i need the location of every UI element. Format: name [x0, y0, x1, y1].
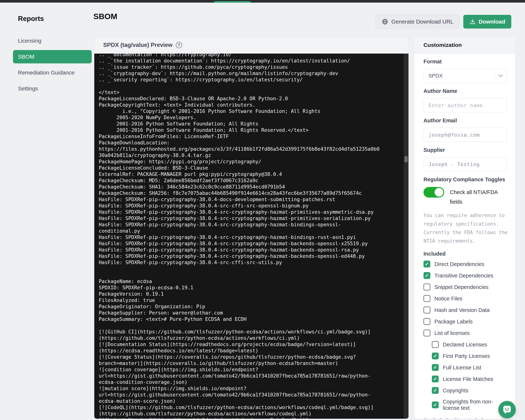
header-actions: Generate Download URL Download: [375, 15, 511, 29]
included-row-copyrights-from-non-license-text: ✓Copyrights from non-license text: [432, 399, 507, 411]
included-row-package-labels: Package Labels: [423, 318, 507, 325]
included-row-list-of-licenses: List of licenses: [423, 330, 507, 336]
regulatory-description: You can require adherence to regulatory …: [423, 211, 514, 245]
author-email-value: joseph@fossa.com: [429, 132, 480, 138]
format-group: Format SPDX: [423, 58, 507, 83]
included-row-transitive-dependencies: ✓Transitive Dependencies: [423, 272, 507, 279]
included-row-hash-and-version-data: Hash and Version Data: [423, 306, 507, 314]
code-scrollbar[interactable]: [404, 54, 408, 419]
chevron-down-icon: [498, 74, 503, 77]
download-button[interactable]: Download: [463, 15, 511, 29]
checkbox-checked-full-license-list[interactable]: ✓: [432, 364, 439, 371]
format-select[interactable]: SPDX: [423, 69, 507, 83]
included-row-snippet-dependencies: Snippet Dependencies: [423, 284, 507, 290]
included-row-copyrights: ✓Copyrights: [432, 387, 507, 394]
reports-sidebar: Reports LicensingSBOMRemediation Guidanc…: [13, 15, 92, 98]
checkbox-unchecked-snippet-dependencies[interactable]: [423, 284, 430, 290]
supplier-group: Supplier Joseph - Testing: [423, 147, 507, 171]
ntia-fda-toggle-label: Check all NTIA/FDA fields: [450, 187, 505, 207]
ntia-fda-toggle[interactable]: [423, 187, 444, 198]
code-scrollbar-thumb[interactable]: [404, 156, 408, 162]
spdx-preview-header: SPDX (tag/value) Preview ?: [94, 37, 408, 54]
checkbox-unchecked-package-labels[interactable]: [423, 318, 430, 325]
checkbox-unchecked-declared-licenses[interactable]: [432, 341, 439, 348]
sidebar-title: Reports: [18, 15, 92, 23]
included-row-declared-licenses: Declared Licenses: [432, 341, 507, 348]
checkbox-checked-transitive-dependencies[interactable]: ✓: [423, 272, 430, 279]
checkbox-label-full-license-list: Full License List: [443, 364, 481, 371]
checkbox-checked-copyrights[interactable]: ✓: [432, 387, 439, 394]
author-email-input[interactable]: joseph@fossa.com: [423, 128, 507, 142]
exclude-package-labels-group: Exclude Package Labels Select one or mor…: [423, 417, 507, 419]
regulatory-toggles-label: Regulatory Compliance Toggles: [423, 176, 507, 182]
checkbox-label-copyrights: Copyrights: [443, 387, 469, 394]
globe-icon: [382, 18, 388, 25]
select-divider: [495, 72, 495, 80]
author-name-group: Author Name Enter author name: [423, 88, 507, 112]
included-row-direct-dependencies: ✓Direct Dependencies: [423, 261, 507, 267]
included-row-full-license-list: ✓Full License List: [432, 364, 507, 371]
sidebar-item-settings[interactable]: Settings: [13, 82, 92, 95]
checkbox-label-copyrights-from-non-license-text: Copyrights from non-license text: [443, 399, 502, 411]
chat-smiley-icon: [502, 405, 512, 415]
checkbox-label-first-party-licenses: First Party Licenses: [443, 353, 490, 359]
author-email-group: Author Email joseph@fossa.com: [423, 117, 507, 142]
regulatory-group: Regulatory Compliance Toggles Check all …: [423, 176, 507, 245]
sidebar-item-sbom[interactable]: SBOM: [13, 50, 92, 63]
sidebar-item-licensing[interactable]: Licensing: [13, 34, 92, 48]
included-row-notice-files: Notice Files: [423, 295, 507, 302]
checkbox-checked-first-party-licenses[interactable]: ✓: [432, 353, 439, 359]
spdx-preview-panel: SPDX (tag/value) Preview ? .. _`document…: [94, 36, 409, 419]
checkbox-label-list-of-licenses: List of licenses: [434, 330, 470, 336]
exclude-package-labels-label: Exclude Package Labels: [423, 417, 507, 419]
checkbox-label-direct-dependencies: Direct Dependencies: [434, 261, 484, 267]
included-checkbox-list: ✓Direct Dependencies✓Transitive Dependen…: [423, 261, 507, 411]
format-select-controls: [495, 69, 507, 83]
supplier-label: Supplier: [423, 147, 507, 153]
included-row-first-party-licenses: ✓First Party Licenses: [432, 353, 507, 359]
included-row-license-file-matches: ✓License File Matches: [432, 375, 507, 382]
format-label: Format: [423, 58, 507, 65]
checkbox-label-license-file-matches: License File Matches: [443, 376, 493, 382]
checkbox-unchecked-notice-files[interactable]: [423, 295, 430, 302]
spdx-code-text: .. _`documentation`: https://cryptograph…: [94, 54, 408, 419]
ntia-fda-toggle-row: Check all NTIA/FDA fields: [423, 187, 507, 207]
page-title: SBOM: [93, 12, 117, 21]
checkbox-label-transitive-dependencies: Transitive Dependencies: [434, 272, 493, 279]
loading-progress-bar: [214, 1, 251, 3]
spdx-code-viewport[interactable]: .. _`documentation`: https://cryptograph…: [94, 54, 408, 419]
supplier-input[interactable]: Joseph - Testing: [423, 157, 507, 171]
download-icon: [469, 19, 476, 25]
author-name-input[interactable]: Enter author name: [423, 98, 507, 112]
checkbox-unchecked-list-of-licenses[interactable]: [423, 330, 430, 336]
download-label: Download: [479, 19, 505, 25]
checkbox-label-snippet-dependencies: Snippet Dependencies: [434, 284, 488, 290]
customization-panel: Customization Format SPDX Author Name En…: [414, 36, 515, 419]
chat-widget-button[interactable]: [498, 401, 516, 418]
spdx-preview-title: SPDX (tag/value) Preview: [103, 42, 172, 48]
sidebar-item-remediation-guidance[interactable]: Remediation Guidance: [13, 66, 92, 79]
checkbox-unchecked-hash-and-version-data[interactable]: [423, 306, 430, 314]
checkbox-label-hash-and-version-data: Hash and Version Data: [434, 307, 490, 313]
included-label: Included: [423, 251, 507, 257]
checkbox-checked-direct-dependencies[interactable]: ✓: [423, 261, 430, 267]
checkbox-checked-license-file-matches[interactable]: ✓: [432, 375, 439, 382]
generate-download-url-label: Generate Download URL: [391, 19, 453, 25]
checkbox-label-notice-files: Notice Files: [434, 296, 463, 302]
checkbox-checked-copyrights-from-non-license-text[interactable]: ✓: [432, 401, 439, 408]
author-name-placeholder: Enter author name: [429, 103, 483, 108]
customization-body: Format SPDX Author Name Enter author nam…: [414, 54, 515, 419]
browser-top-bar: [0, 0, 525, 3]
checkbox-label-declared-licenses: Declared Licenses: [443, 341, 487, 348]
toggle-knob: [435, 188, 443, 197]
generate-download-url-button[interactable]: Generate Download URL: [375, 15, 459, 29]
sidebar-nav: LicensingSBOMRemediation GuidanceSetting…: [13, 34, 92, 95]
author-name-label: Author Name: [423, 88, 507, 94]
help-icon[interactable]: ?: [176, 42, 182, 48]
checkbox-label-package-labels: Package Labels: [434, 318, 473, 325]
author-email-label: Author Email: [423, 117, 507, 124]
supplier-value: Joseph - Testing: [429, 162, 480, 167]
format-value: SPDX: [429, 73, 442, 79]
customization-header: Customization: [414, 37, 515, 54]
